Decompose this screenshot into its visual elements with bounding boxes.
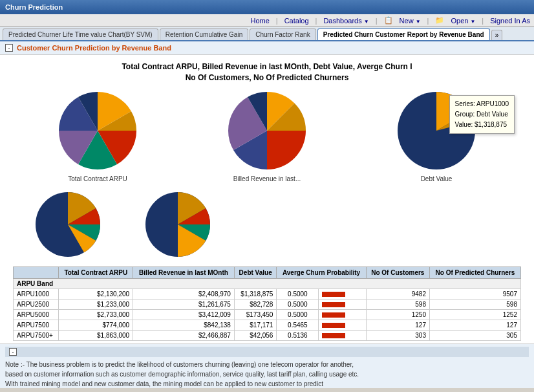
table-row: ARPU5000 $2,733,000 $3,412,009 $173,450 …: [14, 309, 521, 320]
row-customers-0: 9482: [366, 289, 429, 299]
row-churn-0: 0.5000: [277, 289, 319, 299]
new-arrow-icon: ▼: [416, 19, 421, 25]
title-bar: Churn Prediction: [0, 0, 534, 14]
nav-separator-icon: 📋: [384, 16, 393, 25]
table-wrapper: Total Contract ARPU Billed Revenue in la…: [0, 267, 534, 341]
row-predicted-0: 9507: [429, 289, 520, 299]
th-avg-churn: Averge Churn Probability: [277, 267, 366, 278]
row-bar-2: [319, 309, 366, 320]
tab-more[interactable]: »: [491, 30, 503, 40]
notes-area: - Note :- The business problem is to pre…: [0, 343, 534, 388]
tooltip-value: Value: $1,318,875: [455, 120, 509, 130]
row-churn-4: 0.5136: [277, 330, 319, 340]
row-bar-4: [319, 330, 366, 340]
chart-billed-revenue: Billed Revenue in last...: [225, 89, 309, 182]
chart-customers: [32, 189, 103, 260]
row-debt-3: $17,171: [234, 320, 276, 330]
chart-area: Total Contract ARPU, Billed Revenue in l…: [0, 55, 534, 267]
tab-1[interactable]: Retention Cumulative Gain: [160, 28, 249, 40]
chart-label-1: Total Contract ARPU: [68, 175, 127, 182]
row-churn-2: 0.5000: [277, 309, 319, 320]
th-billed-revenue: Billed Revenue in last MOnth: [133, 267, 235, 278]
churn-bar-4: [322, 333, 345, 338]
row-customers-3: 127: [366, 320, 429, 330]
row-billed-2: $3,412,009: [133, 309, 235, 320]
nav-home[interactable]: Home: [250, 17, 269, 25]
collapse-icon[interactable]: -: [5, 44, 13, 52]
row-predicted-2: 1252: [429, 309, 520, 320]
row-churn-1: 0.5000: [277, 299, 319, 309]
row-debt-2: $173,450: [234, 309, 276, 320]
nav-open[interactable]: Open ▼: [451, 17, 475, 25]
churn-bar-2: [322, 312, 345, 318]
row-band-2: ARPU5000: [14, 309, 59, 320]
row-billed-4: $2,466,887: [133, 330, 235, 340]
churn-bar-3: [322, 323, 345, 328]
nav-catalog[interactable]: Catalog: [284, 17, 309, 25]
tab-0[interactable]: Predicted Churner Life Time value Chart(…: [3, 28, 158, 40]
row-band-1: ARPU2500: [14, 299, 59, 309]
tab-2[interactable]: Churn Factor Rank: [250, 28, 315, 40]
chart-tooltip: Series: ARPU1000 Group: Debt Value Value…: [449, 95, 515, 134]
th-predicted-churners: No Of Predicted Churners: [429, 267, 520, 278]
open-arrow-icon: ▼: [470, 19, 475, 25]
section-header: - Customer Churn Prediction by Revenue B…: [0, 41, 534, 55]
row-billed-3: $842,138: [133, 320, 235, 330]
pie-chart-5: [142, 189, 213, 260]
charts-row-top: Total Contract ARPU Billed Revenue in la…: [13, 89, 521, 182]
row-debt-0: $1,318,875: [234, 289, 276, 299]
dashboards-arrow-icon: ▼: [364, 19, 369, 25]
row-arpu-4: $1,863,000: [59, 330, 133, 340]
nav-new[interactable]: New ▼: [400, 17, 421, 25]
th-debt-value: Debt Value: [234, 267, 276, 278]
data-table: Total Contract ARPU Billed Revenue in la…: [13, 267, 521, 341]
pie-chart-2: [225, 89, 309, 173]
pie-chart-1: [56, 89, 140, 173]
app-title: Churn Prediction: [5, 3, 63, 11]
section-title: Customer Churn Prediction by Revenue Ban…: [17, 44, 171, 52]
table-header-row: Total Contract ARPU Billed Revenue in la…: [14, 267, 521, 278]
row-billed-1: $1,261,675: [133, 299, 235, 309]
nav-dashboards[interactable]: Dashboards ▼: [323, 17, 368, 25]
chart-predicted-churners: [142, 189, 213, 260]
chart-label-3: Debt Value: [421, 175, 453, 182]
notes-header-bar: -: [5, 347, 529, 357]
tooltip-group: Group: Debt Value: [455, 109, 509, 120]
th-total-contract-arpu: Total Contract ARPU: [59, 267, 133, 278]
table-row: ARPU7500+ $1,863,000 $2,466,887 $42,056 …: [14, 330, 521, 340]
row-predicted-1: 598: [429, 299, 520, 309]
row-debt-1: $82,728: [234, 299, 276, 309]
notes-collapse-icon[interactable]: -: [9, 348, 17, 356]
row-band-3: ARPU7500: [14, 320, 59, 330]
note-line2: based on customer information such as cu…: [5, 371, 359, 378]
slice2-red: [267, 131, 306, 169]
pie-chart-4: [32, 189, 103, 260]
row-churn-3: 0.5465: [277, 320, 319, 330]
row-bar-0: [319, 289, 366, 299]
tabs-bar: Predicted Churner Life Time value Chart(…: [0, 27, 534, 41]
churn-bar-1: [322, 302, 345, 307]
tooltip-series: Series: ARPU1000: [455, 99, 509, 109]
row-customers-1: 598: [366, 299, 429, 309]
th-empty: [14, 267, 59, 278]
top-nav: Home | Catalog | Dashboards ▼ | 📋 New ▼ …: [0, 14, 534, 27]
row-band-4: ARPU7500+: [14, 330, 59, 340]
table-row: ARPU1000 $2,130,200 $2,408,970 $1,318,87…: [14, 289, 521, 299]
row-arpu-1: $1,233,000: [59, 299, 133, 309]
tab-3[interactable]: Predicted Churn Customer Report by Reven…: [317, 28, 490, 40]
row-bar-3: [319, 320, 366, 330]
charts-row-bottom: [13, 189, 521, 260]
row-debt-4: $42,056: [234, 330, 276, 340]
table-group-header: ARPU Band: [14, 278, 521, 289]
row-predicted-4: 305: [429, 330, 520, 340]
chart-label-2: Billed Revenue in last...: [233, 175, 301, 182]
row-band-0: ARPU1000: [14, 289, 59, 299]
group-label: ARPU Band: [14, 278, 521, 289]
row-bar-1: [319, 299, 366, 309]
churn-bar-0: [322, 292, 345, 297]
row-customers-4: 303: [366, 330, 429, 340]
nav-signed-in[interactable]: Signed In As: [490, 17, 530, 25]
row-arpu-3: $774,000: [59, 320, 133, 330]
main-content: - Customer Churn Prediction by Revenue B…: [0, 41, 534, 388]
row-predicted-3: 127: [429, 320, 520, 330]
